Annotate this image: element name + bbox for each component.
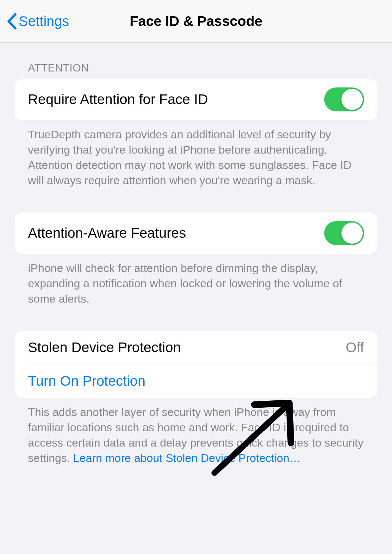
page-title: Face ID & Passcode [130, 13, 262, 29]
attention-aware-footer: iPhone will check for attention before d… [15, 254, 377, 306]
toggle-knob [341, 89, 363, 110]
row-attention-aware: Attention-Aware Features [15, 212, 377, 254]
row-turn-on-protection[interactable]: Turn On Protection [15, 364, 377, 398]
turn-on-protection-button: Turn On Protection [28, 373, 145, 389]
back-button[interactable]: Settings [7, 13, 69, 30]
stolen-device-status: Off [346, 340, 364, 355]
back-label: Settings [19, 13, 69, 29]
attention-aware-label: Attention-Aware Features [28, 225, 186, 241]
stolen-device-footer: This adds another layer of security when… [15, 398, 377, 466]
attention-aware-toggle[interactable] [324, 221, 364, 245]
group-attention-aware: Attention-Aware Features [15, 212, 377, 254]
group-stolen-device: Stolen Device Protection Off Turn On Pro… [15, 331, 377, 398]
toggle-knob [341, 222, 363, 244]
require-attention-footer: TrueDepth camera provides an additional … [15, 120, 377, 188]
navigation-bar: Settings Face ID & Passcode [0, 0, 392, 43]
chevron-left-icon [7, 13, 17, 30]
row-require-attention: Require Attention for Face ID [15, 79, 377, 120]
require-attention-toggle[interactable] [324, 87, 364, 111]
learn-more-link[interactable]: Learn more about Stolen Device Protectio… [73, 452, 301, 464]
row-stolen-device-status[interactable]: Stolen Device Protection Off [15, 331, 377, 364]
require-attention-label: Require Attention for Face ID [28, 91, 208, 107]
group-require-attention: Require Attention for Face ID [15, 79, 377, 120]
stolen-device-label: Stolen Device Protection [28, 340, 181, 355]
section-header-attention: ATTENTION [15, 43, 377, 79]
